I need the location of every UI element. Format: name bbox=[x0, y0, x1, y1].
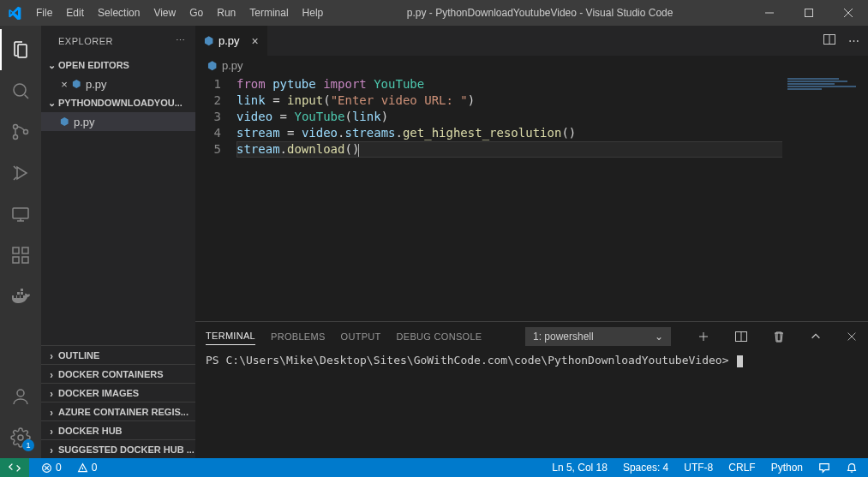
chevron-down-icon bbox=[655, 331, 663, 343]
menu-file[interactable]: File bbox=[29, 7, 59, 19]
section-docker-hub[interactable]: DOCKER HUB bbox=[41, 420, 195, 439]
activity-scm[interactable] bbox=[0, 111, 41, 152]
status-ln-col[interactable]: Ln 5, Col 18 bbox=[548, 462, 611, 474]
svg-rect-0 bbox=[805, 9, 813, 17]
menu-selection[interactable]: Selection bbox=[91, 7, 147, 19]
activity-explorer[interactable] bbox=[0, 29, 41, 70]
python-file-icon: ⬢ bbox=[60, 116, 69, 128]
code-content[interactable]: from pytube import YouTubelink = input("… bbox=[236, 75, 868, 321]
panel-tab-terminal[interactable]: TERMINAL bbox=[206, 327, 255, 345]
activity-settings[interactable]: 1 bbox=[0, 417, 41, 458]
status-errors[interactable]: 0 bbox=[38, 462, 65, 474]
tab-actions bbox=[823, 26, 868, 56]
open-editors-header[interactable]: OPEN EDITORS bbox=[41, 56, 195, 75]
status-language[interactable]: Python bbox=[768, 462, 806, 474]
status-encoding[interactable]: UTF-8 bbox=[680, 462, 716, 474]
sidebar-more-icon[interactable] bbox=[176, 35, 186, 46]
split-editor-icon[interactable] bbox=[823, 33, 836, 49]
titlebar: File Edit Selection View Go Run Terminal… bbox=[0, 0, 868, 26]
file-item[interactable]: ⬢ p.py bbox=[41, 112, 195, 131]
activity-bar: 1 bbox=[0, 26, 41, 458]
panel-tabs: TERMINAL PROBLEMS OUTPUT DEBUG CONSOLE 1… bbox=[195, 322, 868, 350]
editor-tabs: ⬢ p.py × bbox=[195, 26, 868, 56]
section-azure-container[interactable]: AZURE CONTAINER REGIS... bbox=[41, 402, 195, 420]
chevron-right-icon bbox=[45, 444, 58, 455]
sidebar-header: EXPLORER bbox=[41, 26, 195, 56]
menu-help[interactable]: Help bbox=[296, 7, 331, 19]
close-icon[interactable]: × bbox=[57, 78, 72, 91]
svg-point-3 bbox=[14, 135, 18, 140]
close-panel-icon[interactable] bbox=[846, 331, 858, 343]
menu-view[interactable]: View bbox=[147, 7, 183, 19]
python-file-icon: ⬢ bbox=[207, 59, 217, 72]
tab-label: p.py bbox=[218, 34, 240, 47]
panel-tab-output[interactable]: OUTPUT bbox=[341, 328, 381, 345]
menu-go[interactable]: Go bbox=[183, 7, 210, 19]
status-bar: 0 0 Ln 5, Col 18 Spaces: 4 UTF-8 CRLF Py… bbox=[0, 458, 868, 477]
maximize-panel-icon[interactable] bbox=[810, 331, 822, 343]
panel-tab-problems[interactable]: PROBLEMS bbox=[271, 328, 326, 345]
remote-indicator[interactable] bbox=[0, 458, 29, 477]
activity-debug[interactable] bbox=[0, 152, 41, 194]
svg-rect-6 bbox=[13, 247, 19, 253]
section-docker-containers[interactable]: DOCKER CONTAINERS bbox=[41, 364, 195, 383]
status-bell-icon[interactable] bbox=[842, 462, 861, 474]
terminal-prompt: PS C:\Users\Mike\Desktop\Sites\GoWithCod… bbox=[206, 354, 735, 367]
minimap[interactable] bbox=[782, 75, 868, 321]
status-spaces[interactable]: Spaces: 4 bbox=[620, 462, 672, 474]
close-button[interactable] bbox=[829, 0, 868, 26]
menu-run[interactable]: Run bbox=[210, 7, 242, 19]
activity-account[interactable] bbox=[0, 376, 41, 417]
split-terminal-icon[interactable] bbox=[734, 330, 748, 343]
activity-extensions[interactable] bbox=[0, 235, 41, 276]
activity-docker[interactable] bbox=[0, 276, 41, 317]
svg-point-4 bbox=[24, 130, 28, 134]
folder-header[interactable]: PYTHONDOWNLOADYOU... bbox=[41, 93, 195, 112]
menu-edit[interactable]: Edit bbox=[59, 7, 91, 19]
activity-search[interactable] bbox=[0, 70, 41, 111]
terminal-select[interactable]: 1: powershell bbox=[525, 327, 671, 346]
more-actions-icon[interactable] bbox=[848, 34, 859, 47]
activity-remote[interactable] bbox=[0, 194, 41, 235]
sidebar-title: EXPLORER bbox=[58, 36, 113, 46]
kill-terminal-icon[interactable] bbox=[772, 330, 786, 343]
chevron-right-icon bbox=[45, 426, 58, 436]
chevron-right-icon bbox=[45, 388, 58, 398]
panel-tab-debug-console[interactable]: DEBUG CONSOLE bbox=[397, 328, 482, 345]
open-editor-item[interactable]: × ⬢ p.py bbox=[41, 75, 195, 93]
editor-group: ⬢ p.py × ⬢ p.py 12345 from pytube import… bbox=[195, 26, 868, 458]
section-docker-images[interactable]: DOCKER IMAGES bbox=[41, 383, 195, 402]
vscode-icon bbox=[0, 6, 29, 20]
status-warnings[interactable]: 0 bbox=[74, 462, 101, 474]
close-icon[interactable]: × bbox=[252, 34, 259, 48]
python-file-icon: ⬢ bbox=[72, 78, 81, 90]
settings-badge: 1 bbox=[22, 439, 34, 451]
line-gutter: 12345 bbox=[195, 75, 236, 321]
section-suggested-docker-hub[interactable]: SUGGESTED DOCKER HUB ... bbox=[41, 439, 195, 458]
chevron-down-icon bbox=[45, 60, 58, 71]
window-controls bbox=[750, 0, 868, 26]
minimize-button[interactable] bbox=[750, 0, 789, 26]
svg-point-11 bbox=[18, 435, 23, 440]
breadcrumb[interactable]: ⬢ p.py bbox=[195, 56, 868, 75]
chevron-right-icon bbox=[45, 350, 58, 361]
tab-p-py[interactable]: ⬢ p.py × bbox=[195, 26, 268, 56]
terminal-body[interactable]: PS C:\Users\Mike\Desktop\Sites\GoWithCod… bbox=[195, 350, 868, 458]
svg-point-1 bbox=[14, 84, 26, 96]
section-outline[interactable]: OUTLINE bbox=[41, 345, 195, 364]
code-editor[interactable]: 12345 from pytube import YouTubelink = i… bbox=[195, 75, 868, 321]
file-label: p.py bbox=[74, 116, 95, 128]
status-feedback-icon[interactable] bbox=[815, 462, 834, 474]
file-label: p.py bbox=[86, 78, 107, 91]
svg-rect-9 bbox=[22, 247, 28, 253]
svg-point-10 bbox=[17, 390, 24, 397]
maximize-button[interactable] bbox=[789, 0, 829, 26]
status-eol[interactable]: CRLF bbox=[725, 462, 758, 474]
chevron-right-icon bbox=[45, 407, 58, 417]
chevron-right-icon bbox=[45, 369, 58, 379]
svg-rect-5 bbox=[13, 208, 28, 218]
menu-terminal[interactable]: Terminal bbox=[242, 7, 295, 19]
python-file-icon: ⬢ bbox=[204, 34, 213, 47]
chevron-down-icon bbox=[45, 98, 58, 109]
new-terminal-icon[interactable] bbox=[697, 330, 710, 343]
